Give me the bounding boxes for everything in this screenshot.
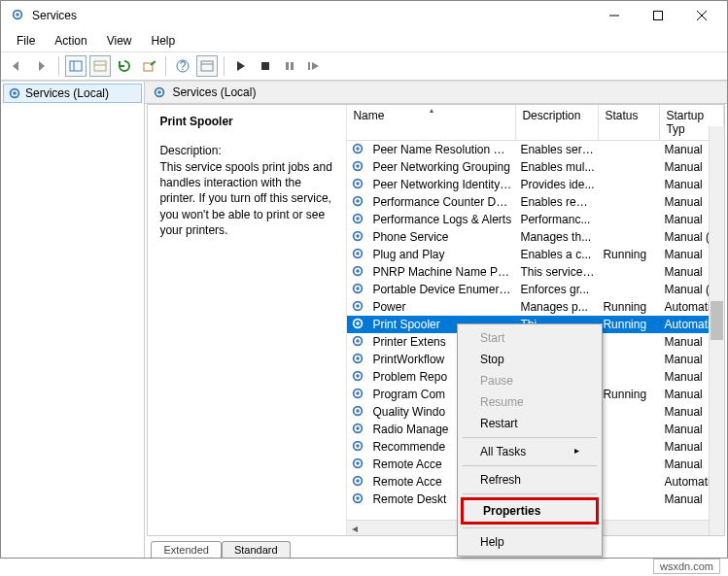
- svg-point-36: [357, 252, 361, 255]
- ctx-resume[interactable]: Resume: [461, 391, 599, 413]
- table-row[interactable]: Plug and PlayEnables a c...RunningManual: [347, 246, 724, 263]
- refresh-icon[interactable]: [114, 55, 135, 77]
- tab-extended[interactable]: Extended: [151, 541, 221, 558]
- service-icon: [351, 491, 366, 507]
- svg-point-56: [357, 426, 361, 430]
- ctx-stop[interactable]: Stop: [461, 349, 599, 370]
- cell-desc: Enforces gr...: [516, 283, 599, 296]
- ctx-help[interactable]: Help: [461, 531, 599, 553]
- context-menu: Start Stop Pause Resume Restart All Task…: [457, 323, 603, 557]
- service-icon: [351, 334, 366, 350]
- table-row[interactable]: Portable Device Enumerator...Enforces gr…: [347, 281, 724, 298]
- cell-status: Running: [599, 248, 660, 261]
- ctx-pause[interactable]: Pause: [461, 370, 599, 391]
- ctx-sep: [463, 527, 597, 528]
- col-name[interactable]: ▴Name: [347, 105, 516, 140]
- column-headers: ▴Name Description Status Startup Typ: [347, 105, 724, 141]
- scrollbar-thumb[interactable]: [711, 301, 723, 340]
- body: Services (Local) Services (Local) Print …: [1, 81, 727, 558]
- service-icon: [351, 194, 366, 210]
- start-service-icon[interactable]: [230, 55, 252, 77]
- cell-desc: Performanc...: [516, 213, 599, 226]
- help-icon[interactable]: ?: [172, 55, 193, 77]
- cell-desc: Enables a c...: [516, 248, 599, 261]
- table-row[interactable]: Performance Counter DLL ...Enables rem..…: [347, 193, 724, 211]
- ctx-all-tasks[interactable]: All Tasks: [461, 441, 599, 462]
- watermark: wsxdn.com: [653, 559, 720, 574]
- maximize-button[interactable]: [636, 2, 679, 29]
- svg-point-42: [357, 304, 361, 308]
- svg-rect-15: [261, 62, 269, 70]
- ctx-start[interactable]: Start: [461, 327, 599, 349]
- cell-status: Running: [599, 388, 660, 401]
- svg-point-30: [357, 199, 361, 203]
- table-row[interactable]: PowerManages p...RunningAutomatic: [347, 298, 724, 316]
- properties-icon[interactable]: [196, 55, 218, 77]
- minimize-button[interactable]: [592, 2, 636, 29]
- svg-point-54: [357, 409, 361, 413]
- table-row[interactable]: Performance Logs & AlertsPerformanc...Ma…: [347, 211, 724, 228]
- app-icon: [11, 8, 26, 23]
- tab-standard[interactable]: Standard: [222, 541, 291, 558]
- cell-name: Performance Logs & Alerts: [368, 213, 516, 226]
- export-icon[interactable]: [138, 55, 159, 77]
- table-row[interactable]: Peer Networking Identity M...Provides id…: [347, 176, 724, 193]
- titlebar[interactable]: Services: [1, 1, 727, 30]
- menu-action[interactable]: Action: [47, 32, 94, 50]
- col-status[interactable]: Status: [599, 105, 660, 140]
- svg-point-24: [357, 147, 361, 151]
- cell-name: Peer Name Resolution Prot...: [368, 143, 516, 156]
- cell-status: Running: [599, 318, 660, 331]
- service-icon: [351, 404, 366, 420]
- tree-root[interactable]: Services (Local): [3, 84, 142, 103]
- service-icon: [351, 352, 366, 367]
- ctx-refresh[interactable]: Refresh: [461, 469, 599, 491]
- ctx-restart[interactable]: Restart: [461, 413, 599, 434]
- col-description[interactable]: Description: [516, 105, 599, 140]
- cell-desc: Enables mul...: [516, 160, 599, 174]
- svg-rect-16: [286, 62, 289, 70]
- toolbar: ?: [1, 52, 727, 81]
- table-row[interactable]: Peer Name Resolution Prot...Enables serv…: [347, 141, 724, 158]
- svg-text:?: ?: [180, 59, 187, 73]
- service-icon: [351, 229, 366, 245]
- svg-rect-18: [308, 62, 310, 70]
- restart-service-icon[interactable]: [303, 55, 325, 77]
- menubar: File Action View Help: [1, 30, 727, 52]
- detail-icon[interactable]: [89, 55, 111, 77]
- svg-rect-8: [94, 61, 106, 71]
- service-icon: [351, 282, 366, 297]
- service-icon: [351, 317, 366, 332]
- vertical-scrollbar[interactable]: [709, 126, 724, 535]
- svg-point-62: [357, 479, 361, 483]
- svg-point-32: [357, 217, 361, 220]
- svg-point-38: [357, 269, 361, 273]
- service-icon: [351, 264, 366, 280]
- menu-help[interactable]: Help: [144, 32, 184, 50]
- table-row[interactable]: Phone ServiceManages th...Manual (Tr: [347, 228, 724, 246]
- menu-file[interactable]: File: [9, 32, 43, 50]
- forward-icon[interactable]: [31, 55, 52, 77]
- cell-name: Performance Counter DLL ...: [368, 195, 516, 209]
- menu-view[interactable]: View: [99, 32, 140, 50]
- panel-icon[interactable]: [65, 55, 87, 77]
- close-button[interactable]: [679, 2, 723, 29]
- ctx-properties[interactable]: Properties: [461, 497, 599, 525]
- svg-point-20: [13, 91, 17, 95]
- ctx-sep: [463, 465, 597, 466]
- pause-service-icon[interactable]: [279, 55, 300, 77]
- service-description: This service spools print jobs and handl…: [159, 159, 334, 238]
- svg-rect-17: [291, 62, 294, 70]
- service-icon: [351, 212, 366, 227]
- view-tabs: Extended Standard: [145, 536, 727, 558]
- content: Print Spooler Description: This service …: [147, 104, 725, 536]
- service-icon: [351, 177, 366, 192]
- cell-desc: Manages p...: [516, 300, 599, 314]
- table-row[interactable]: Peer Networking GroupingEnables mul...Ma…: [347, 158, 724, 176]
- cell-name: Power: [368, 300, 516, 314]
- service-title: Print Spooler: [159, 115, 334, 128]
- back-icon[interactable]: [7, 55, 28, 77]
- stop-service-icon[interactable]: [255, 55, 276, 77]
- svg-rect-6: [70, 61, 82, 71]
- table-row[interactable]: PNRP Machine Name Publi...This service .…: [347, 263, 724, 281]
